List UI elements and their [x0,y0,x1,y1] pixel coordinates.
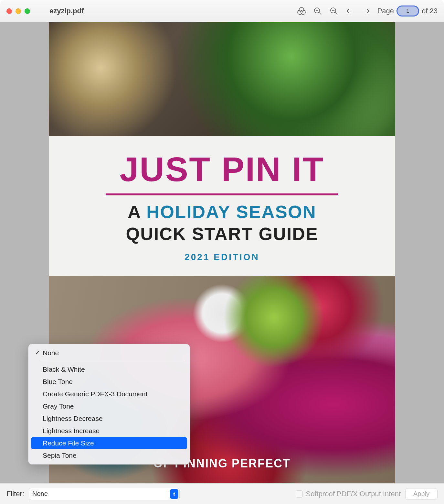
forward-arrow-icon[interactable] [361,6,371,16]
page-label: Page [377,7,394,15]
menu-item-black-white[interactable]: Black & White [31,363,187,376]
select-arrows-icon: ▲▼ [170,489,178,499]
softproof-checkbox-wrap: Softproof PDF/X Output Intent [296,490,401,498]
close-window-button[interactable] [6,8,12,14]
menu-item-gray-tone[interactable]: Gray Tone [31,400,187,412]
filter-select-value: None [32,490,48,498]
cover-title-underline [106,193,338,195]
svg-line-4 [319,12,321,15]
color-profile-icon[interactable] [297,6,306,16]
page-number-input[interactable] [396,5,419,16]
zoom-in-icon[interactable] [313,6,322,16]
filter-select[interactable]: None ▲▼ [29,488,180,500]
menu-item-create-generic-pdfx-3-document[interactable]: Create Generic PDFX-3 Document [31,388,187,400]
page-total: of 23 [422,7,438,15]
cover-subtitle-line1: A HOLIDAY SEASON [128,201,316,222]
minimize-window-button[interactable] [16,8,21,14]
menu-separator [41,361,184,361]
toolbar-icons: Page of 23 [297,5,438,16]
menu-item-lightness-decrease[interactable]: Lightness Decrease [31,412,187,425]
filter-label: Filter: [6,490,24,498]
menu-item-reduce-file-size[interactable]: Reduce File Size [31,437,187,449]
menu-item-none[interactable]: None [31,347,187,359]
svg-point-2 [301,10,305,15]
page-indicator: Page of 23 [377,5,438,16]
cover-title: JUST PIN IT [120,150,324,189]
window-controls [6,8,30,14]
titlebar: ezyzip.pdf Page of 23 [0,0,444,22]
svg-line-8 [335,12,337,15]
menu-item-blue-tone[interactable]: Blue Tone [31,376,187,388]
cover-title-panel: JUST PIN IT A HOLIDAY SEASON QUICK START… [49,136,395,276]
cover-edition: 2021 EDITION [185,252,259,262]
zoom-out-icon[interactable] [329,6,339,16]
window-title: ezyzip.pdf [49,7,84,15]
svg-point-0 [299,7,304,12]
filter-popup-menu: NoneBlack & WhiteBlue ToneCreate Generic… [28,344,190,465]
apply-button[interactable]: Apply [405,488,438,500]
bottombar: Filter: None ▲▼ Softproof PDF/X Output I… [0,483,444,504]
menu-item-lightness-increase[interactable]: Lightness Increase [31,425,187,437]
softproof-label: Softproof PDF/X Output Intent [306,490,401,498]
fullscreen-window-button[interactable] [25,8,30,14]
menu-item-sepia-tone[interactable]: Sepia Tone [31,449,187,462]
softproof-checkbox[interactable] [296,490,303,498]
cover-subtitle-line2: QUICK START GUIDE [126,224,318,244]
back-arrow-icon[interactable] [345,6,355,16]
cover-top-image [49,22,395,136]
